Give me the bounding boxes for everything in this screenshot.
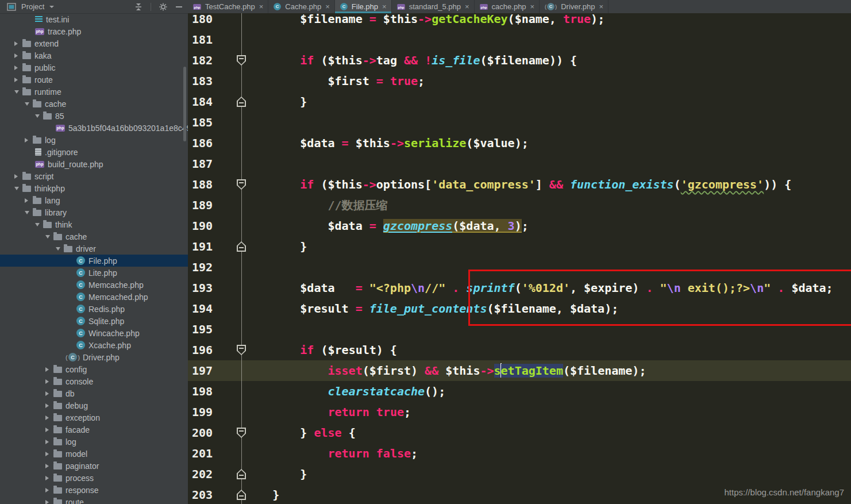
- code-line-199[interactable]: 199 return true;: [188, 402, 851, 422]
- code-line-182[interactable]: 182 if ($this->tag && !is_file($filename…: [188, 50, 851, 71]
- code-line-183[interactable]: 183 $first = true;: [188, 71, 851, 91]
- expand-arrow-icon[interactable]: [45, 464, 53, 468]
- close-icon[interactable]: ×: [465, 2, 469, 11]
- fold-marker-down[interactable]: [237, 345, 246, 355]
- code-line-195[interactable]: 195: [188, 319, 851, 340]
- expand-arrow-icon[interactable]: [45, 391, 53, 396]
- expand-arrow-icon[interactable]: [45, 452, 53, 456]
- line-number[interactable]: 182: [192, 50, 213, 71]
- project-panel-title[interactable]: Project: [21, 2, 44, 11]
- code-line-194[interactable]: 194 $result = file_put_contents($filenam…: [188, 298, 851, 319]
- expand-arrow-icon[interactable]: [45, 500, 53, 504]
- fold-marker-down[interactable]: [237, 55, 246, 66]
- expand-arrow-icon[interactable]: [25, 211, 33, 214]
- fold-marker-up[interactable]: [237, 241, 246, 252]
- line-number[interactable]: 193: [192, 278, 213, 298]
- expand-arrow-icon[interactable]: [14, 174, 22, 179]
- tree-item-85[interactable]: 85: [0, 110, 188, 122]
- tree-item-process[interactable]: process: [0, 472, 188, 484]
- expand-arrow-icon[interactable]: [14, 78, 22, 82]
- line-number[interactable]: 185: [192, 112, 213, 133]
- tree-item-.gitignore[interactable]: .gitignore: [0, 146, 188, 158]
- tree-item-runtime[interactable]: runtime: [0, 86, 188, 98]
- fold-marker-up[interactable]: [237, 469, 246, 479]
- close-icon[interactable]: ×: [325, 2, 330, 11]
- tree-item-build_route.php[interactable]: phpbuild_route.php: [0, 158, 188, 170]
- close-icon[interactable]: ×: [599, 2, 603, 11]
- expand-arrow-icon[interactable]: [45, 440, 53, 444]
- tree-item-think[interactable]: think: [0, 218, 188, 230]
- code-line-181[interactable]: 181: [188, 29, 851, 50]
- line-number[interactable]: 183: [192, 71, 213, 91]
- expand-arrow-icon[interactable]: [35, 223, 43, 226]
- expand-arrow-icon[interactable]: [25, 102, 33, 106]
- collapse-all-icon[interactable]: [133, 1, 144, 13]
- tree-item-console[interactable]: console: [0, 375, 188, 387]
- line-number[interactable]: 198: [192, 381, 213, 402]
- tree-item-config[interactable]: config: [0, 363, 188, 375]
- line-number[interactable]: 190: [192, 216, 213, 236]
- tree-item-debug[interactable]: debug: [0, 399, 188, 411]
- code-line-190[interactable]: 190 $data = gzcompress($data, 3);: [188, 216, 851, 236]
- tree-scrollbar[interactable]: [183, 67, 186, 141]
- code-line-198[interactable]: 198 clearstatcache();: [188, 381, 851, 402]
- expand-arrow-icon[interactable]: [45, 403, 53, 408]
- tree-item-log[interactable]: log: [0, 436, 188, 448]
- expand-arrow-icon[interactable]: [14, 187, 22, 190]
- expand-arrow-icon[interactable]: [25, 198, 33, 203]
- tab-standard_5.php[interactable]: phpstandard_5.php×: [392, 0, 475, 13]
- line-number[interactable]: 194: [192, 298, 213, 319]
- tree-item-Sqlite.php[interactable]: CSqlite.php: [0, 315, 188, 327]
- tree-item-thinkphp[interactable]: thinkphp: [0, 182, 188, 194]
- fold-marker-down[interactable]: [237, 179, 246, 190]
- tree-item-public[interactable]: public: [0, 61, 188, 74]
- tree-item-model[interactable]: model: [0, 448, 188, 460]
- close-icon[interactable]: ×: [382, 2, 387, 11]
- expand-arrow-icon[interactable]: [45, 379, 53, 384]
- expand-arrow-icon[interactable]: [45, 235, 53, 238]
- tab-Driver.php[interactable]: CDriver.php×: [540, 0, 609, 13]
- code-line-188[interactable]: 188 if ($this->options['data_compress'] …: [188, 174, 851, 195]
- code-line-191[interactable]: 191 }: [188, 236, 851, 257]
- expand-arrow-icon[interactable]: [35, 114, 43, 118]
- tree-item-File.php[interactable]: CFile.php: [0, 255, 188, 267]
- tree-item-Xcache.php[interactable]: CXcache.php: [0, 339, 188, 351]
- hide-panel-icon[interactable]: [173, 1, 184, 13]
- code-line-197[interactable]: 197 isset($first) && $this->setTagItem($…: [188, 360, 851, 381]
- tree-item-Memcached.php[interactable]: CMemcached.php: [0, 291, 188, 303]
- line-number[interactable]: 187: [192, 153, 213, 174]
- line-number[interactable]: 202: [192, 464, 213, 484]
- tree-item-exception[interactable]: exception: [0, 411, 188, 424]
- tree-item-route[interactable]: route: [0, 74, 188, 86]
- code-line-184[interactable]: 184 }: [188, 91, 851, 112]
- tree-item-Wincache.php[interactable]: CWincache.php: [0, 327, 188, 339]
- line-number[interactable]: 189: [192, 195, 213, 216]
- tree-item-facade[interactable]: facade: [0, 424, 188, 436]
- expand-arrow-icon[interactable]: [14, 41, 22, 46]
- tab-Cache.php[interactable]: CCache.php×: [268, 0, 334, 13]
- line-number[interactable]: 197: [192, 360, 213, 381]
- line-number[interactable]: 186: [192, 133, 213, 153]
- tab-cache.php[interactable]: phpcache.php×: [475, 0, 540, 13]
- close-icon[interactable]: ×: [530, 2, 535, 11]
- tree-item-route[interactable]: route: [0, 496, 188, 504]
- expand-arrow-icon[interactable]: [45, 476, 53, 480]
- expand-arrow-icon[interactable]: [45, 415, 53, 420]
- code-line-189[interactable]: 189 //数据压缩: [188, 195, 851, 216]
- line-number[interactable]: 181: [192, 29, 213, 50]
- tree-item-lang[interactable]: lang: [0, 194, 188, 206]
- tree-item-extend[interactable]: extend: [0, 37, 188, 49]
- line-number[interactable]: 195: [192, 319, 213, 340]
- gear-icon[interactable]: [157, 1, 169, 13]
- line-number[interactable]: 191: [192, 236, 213, 257]
- close-icon[interactable]: ×: [259, 2, 264, 11]
- expand-arrow-icon[interactable]: [14, 90, 22, 94]
- expand-arrow-icon[interactable]: [25, 138, 33, 143]
- tree-item-log[interactable]: log: [0, 134, 188, 146]
- tab-File.php[interactable]: CFile.php×: [335, 0, 392, 13]
- tree-item-trace.php[interactable]: phptrace.php: [0, 25, 188, 37]
- code-line-193[interactable]: 193 $data = "<?php\n//" . sprintf('%012d…: [188, 278, 851, 298]
- tree-item-script[interactable]: script: [0, 170, 188, 182]
- expand-arrow-icon[interactable]: [45, 367, 53, 372]
- line-number[interactable]: 203: [192, 484, 213, 504]
